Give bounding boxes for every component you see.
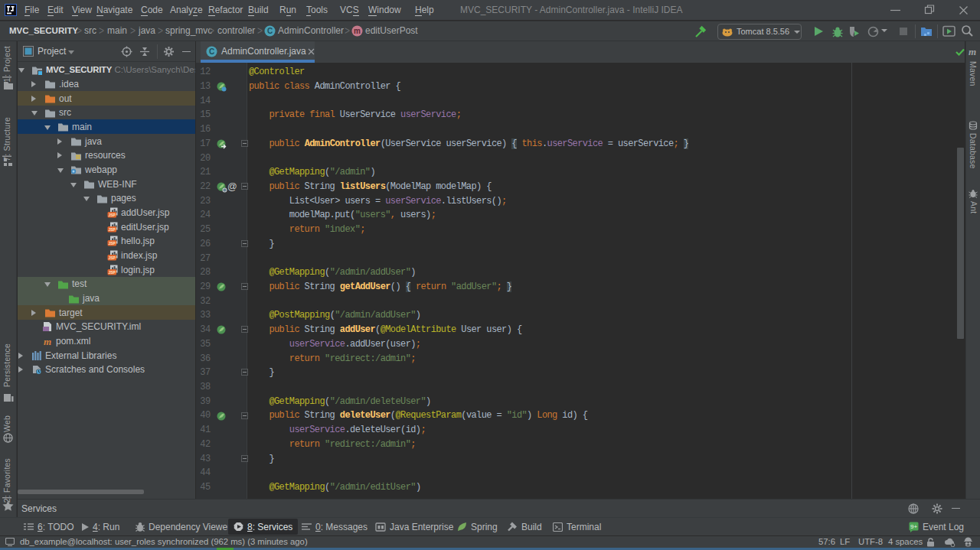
svg-text:JSP: JSP bbox=[108, 255, 116, 260]
svg-text:JSP: JSP bbox=[108, 269, 116, 274]
svg-text:JSP: JSP bbox=[108, 241, 116, 246]
svg-text:JSP: JSP bbox=[108, 213, 116, 217]
svg-text:C: C bbox=[267, 27, 273, 35]
svg-text:m: m bbox=[44, 336, 51, 347]
svg-text:JSP: JSP bbox=[108, 226, 116, 231]
svg-text:m: m bbox=[354, 27, 361, 35]
svg-text:C: C bbox=[209, 47, 214, 56]
svg-text:9+: 9+ bbox=[910, 523, 917, 530]
